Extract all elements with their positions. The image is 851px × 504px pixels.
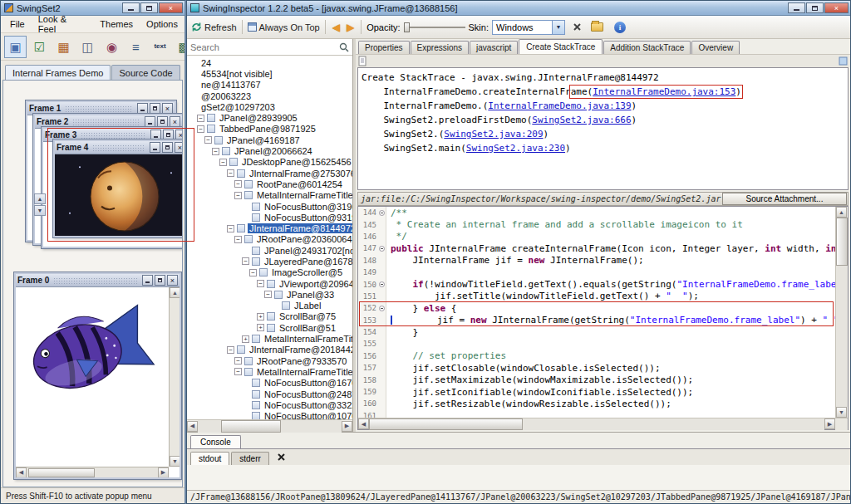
- tree-item[interactable]: −JRootPane@20360064: [187, 234, 352, 245]
- collapse-handle-icon[interactable]: −: [197, 125, 204, 133]
- maximize-button[interactable]: [157, 116, 168, 127]
- scrollbar-track[interactable]: [198, 420, 342, 433]
- tree-item[interactable]: +MetalInternalFrameTitl: [187, 333, 352, 344]
- tree-item[interactable]: −JInternalFrame@20184426: [187, 345, 352, 355]
- expand-handle-icon[interactable]: +: [257, 324, 264, 331]
- scroll-down-icon[interactable]: ▼: [34, 205, 46, 216]
- tree-item[interactable]: −JPanel@4169187: [187, 135, 352, 145]
- tab-javascript[interactable]: javascript: [470, 41, 518, 54]
- menu-options[interactable]: Options: [140, 17, 184, 31]
- tree-item[interactable]: JLabel: [187, 301, 352, 311]
- close-button[interactable]: ×: [824, 2, 849, 13]
- menu-look-feel[interactable]: Look & Feel: [32, 12, 94, 36]
- maximize-button[interactable]: [162, 142, 173, 153]
- tree-item[interactable]: −JViewport@20964: [187, 278, 352, 289]
- collapse-handle-icon[interactable]: −: [257, 280, 264, 287]
- collapse-handle-icon[interactable]: −: [227, 169, 234, 177]
- scrollbar-thumb[interactable]: [369, 418, 523, 430]
- tree-item[interactable]: NoFocusButton@9319: [187, 212, 352, 223]
- scroll-right-icon[interactable]: ▶: [342, 421, 352, 432]
- menu-themes[interactable]: Themes: [93, 17, 140, 31]
- list-demo-button[interactable]: ≡: [125, 36, 147, 58]
- refresh-button[interactable]: Refresh: [191, 22, 237, 32]
- slider-demo-button[interactable]: ◉: [101, 36, 123, 58]
- skin-dropdown[interactable]: Windows ▼: [492, 20, 565, 35]
- fold-collapse-icon[interactable]: [379, 210, 385, 216]
- forward-button[interactable]: ▶: [345, 22, 356, 33]
- code-viewport[interactable]: 144/**145 * Create an internal frame and…: [358, 207, 835, 418]
- tree-item[interactable]: −JPanel@33: [187, 289, 352, 300]
- collapse-handle-icon[interactable]: −: [242, 257, 249, 265]
- scroll-left-icon[interactable]: ◀: [358, 418, 369, 429]
- tree-item[interactable]: JPanel@24931702[no: [187, 245, 352, 256]
- scrollbar-thumb[interactable]: [221, 420, 281, 433]
- tree-item[interactable]: 24: [187, 57, 352, 68]
- tree-item[interactable]: NoFocusButton@3322: [187, 399, 352, 410]
- tree-item[interactable]: −RootPane@6014254: [187, 179, 352, 189]
- tree-item[interactable]: NoFocusButton@2487: [187, 389, 352, 399]
- scroll-down-icon[interactable]: ▼: [170, 456, 180, 467]
- scrollbar-track[interactable]: [836, 218, 848, 407]
- combobox-demo-button[interactable]: ◫: [76, 36, 99, 58]
- copy-stacktrace-icon[interactable]: [358, 56, 367, 66]
- tab-console[interactable]: Console: [190, 435, 241, 448]
- console-stream-tab-stderr[interactable]: stderr: [231, 452, 269, 465]
- tree-item[interactable]: −ImageScroller@5: [187, 267, 352, 278]
- tree-item[interactable]: gSet2@10297203: [187, 101, 352, 112]
- tab-internal-frames-demo[interactable]: Internal Frames Demo: [5, 65, 111, 80]
- text-demo-button[interactable]: text: [149, 36, 171, 58]
- stacktrace-link[interactable]: SwingSet2.java:666: [532, 115, 631, 125]
- close-button[interactable]: ×: [175, 142, 183, 153]
- scroll-right-icon[interactable]: ▶: [824, 418, 835, 429]
- iconify-button[interactable]: [145, 116, 155, 127]
- scroll-up-icon[interactable]: ▲: [34, 193, 46, 204]
- tree-item[interactable]: −JLayeredPane@16786: [187, 256, 352, 267]
- scroll-down-icon[interactable]: ▼: [836, 407, 847, 418]
- info-button[interactable]: i: [612, 19, 628, 36]
- tree-demo-button[interactable]: ▩: [173, 36, 184, 58]
- frame0-titlebar[interactable]: Frame 0 ×: [16, 274, 180, 287]
- tree-item[interactable]: +ScrollBar@51: [187, 322, 352, 333]
- tree-item[interactable]: −TabbedPane@9871925: [187, 124, 352, 135]
- expand-handle-icon[interactable]: +: [242, 335, 249, 343]
- tree-item[interactable]: +ScrollBar@75: [187, 311, 352, 322]
- collapse-handle-icon[interactable]: −: [264, 291, 272, 298]
- collapse-handle-icon[interactable]: −: [219, 159, 227, 166]
- tab-source-code[interactable]: Source Code: [111, 65, 180, 80]
- iconify-button[interactable]: [142, 275, 153, 286]
- image-demo-button[interactable]: ▦: [52, 36, 75, 58]
- tree-item[interactable]: ne@14113767: [187, 80, 352, 91]
- tree-item[interactable]: −JDesktopPane@15625456: [187, 157, 352, 168]
- minimize-button[interactable]: [788, 2, 805, 13]
- tab-overview[interactable]: Overview: [691, 41, 740, 54]
- maximize-button[interactable]: [155, 275, 165, 286]
- collapse-handle-icon[interactable]: −: [204, 136, 212, 144]
- collapse-handle-icon[interactable]: −: [234, 368, 242, 375]
- close-button[interactable]: ×: [167, 275, 178, 286]
- stacktrace-link[interactable]: SwingSet2.java:230: [466, 143, 565, 154]
- iconify-button[interactable]: [150, 142, 160, 153]
- scrollbar-track[interactable]: [369, 418, 824, 430]
- scrollbar-thumb[interactable]: [836, 218, 848, 266]
- back-button[interactable]: ◀: [331, 22, 342, 33]
- minimize-button[interactable]: [122, 2, 140, 13]
- always-on-top-toggle[interactable]: Always On Top: [248, 22, 320, 32]
- tree-item[interactable]: NoFocusButton@3196: [187, 201, 352, 212]
- swinginspector-titlebar[interactable]: SwingInspector 1.2.2 beta5 - [javax.swin…: [187, 1, 850, 16]
- tree-item[interactable]: −JRootPane@7933570: [187, 355, 352, 366]
- close-button[interactable]: ×: [159, 2, 183, 13]
- tab-addition-stacktrace[interactable]: Addition StackTrace: [603, 41, 691, 54]
- tab-properties[interactable]: Properties: [358, 41, 410, 54]
- frame0-horizontal-scrollbar[interactable]: ◀ ▶: [16, 467, 169, 477]
- code-vertical-scrollbar[interactable]: ▲ ▼: [835, 207, 848, 418]
- tree-item[interactable]: −JPanel@20066624: [187, 145, 352, 156]
- tree-item[interactable]: −JPanel@28939905: [187, 112, 352, 123]
- chevron-down-icon[interactable]: ▼: [552, 21, 564, 34]
- fold-collapse-icon[interactable]: [379, 281, 385, 287]
- maximize-button[interactable]: [140, 2, 158, 13]
- close-button[interactable]: ×: [162, 103, 173, 114]
- scrollbar-track[interactable]: [27, 468, 158, 477]
- frame4-titlebar[interactable]: Frame 4 ×: [55, 141, 183, 154]
- stacktrace-link[interactable]: InternalFrameDemo.java:153: [593, 86, 735, 97]
- stacktrace-link[interactable]: InternalFrameDemo.java:139: [488, 100, 631, 111]
